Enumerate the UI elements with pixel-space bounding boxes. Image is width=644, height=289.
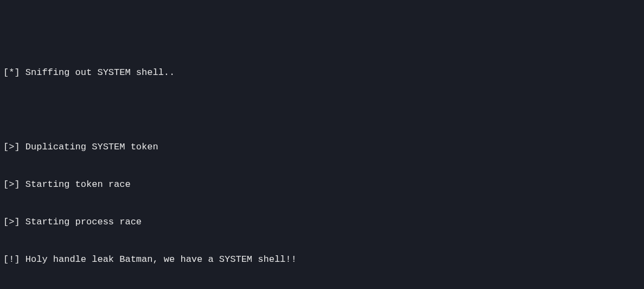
output-line: [*] Sniffing out SYSTEM shell.. bbox=[3, 67, 641, 79]
terminal-container[interactable]: [*] Sniffing out SYSTEM shell.. [>] Dupl… bbox=[0, 0, 644, 289]
output-line: [!] Holy handle leak Batman, we have a S… bbox=[3, 254, 641, 266]
output-line: [>] Starting process race bbox=[3, 216, 641, 229]
output-line bbox=[3, 104, 641, 117]
output-line: [>] Starting token race bbox=[3, 179, 641, 191]
output-line: [>] Duplicating SYSTEM token bbox=[3, 141, 641, 154]
pane-top: [*] Sniffing out SYSTEM shell.. [>] Dupl… bbox=[3, 42, 641, 289]
